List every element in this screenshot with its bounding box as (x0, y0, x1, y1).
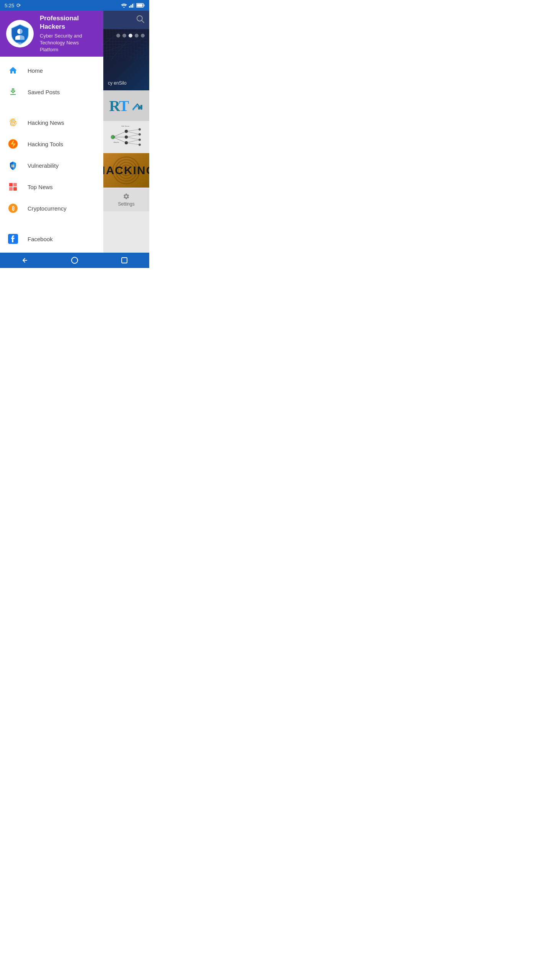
signal-icon (129, 3, 134, 8)
status-time: 5:25 (5, 3, 14, 8)
sidebar-item-hacking-tools[interactable]: Hacking Tools (0, 133, 103, 155)
svg-rect-6 (137, 4, 143, 7)
nav-section-main: Home Saved Posts (0, 57, 103, 106)
svg-text:₿: ₿ (12, 205, 15, 211)
bottom-nav-bar (0, 253, 149, 268)
svg-rect-13 (13, 187, 17, 191)
hacking-card-text: HACKING (103, 164, 149, 177)
hero-banner: cy enSilo (103, 29, 149, 90)
app-desc: Cyber Security and Technology News Platf… (40, 33, 97, 54)
svg-text:PROFESSIONAL HACKERS: PROFESSIONAL HACKERS (10, 42, 30, 44)
status-bar: 5:25 ⟳ (0, 0, 149, 11)
svg-line-42 (126, 140, 140, 143)
fingerprint-icon (8, 117, 18, 128)
sidebar-label-vulnerability: Vulnerability (28, 162, 59, 169)
home-button[interactable] (65, 254, 84, 266)
app-logo: PROFESSIONAL HACKERS (6, 20, 34, 47)
settings-area[interactable]: Settings (103, 188, 149, 211)
card-hacking[interactable]: HACKING (103, 153, 149, 188)
save-icon (8, 87, 18, 97)
svg-line-40 (126, 134, 140, 137)
svg-point-51 (72, 257, 78, 263)
svg-rect-52 (122, 258, 127, 263)
card-diagram[interactable]: Attacker C&C Server (103, 122, 149, 152)
sidebar-item-saved-posts[interactable]: Saved Posts (0, 81, 103, 103)
sidebar-label-hacking-news: Hacking News (28, 119, 64, 126)
content-cards: RT (103, 90, 149, 253)
right-panel-header (103, 11, 149, 29)
app-name: Professional Hackers (40, 14, 97, 31)
nav-section-social: Facebook Twitter (0, 225, 103, 253)
sidebar-label-home: Home (28, 67, 43, 74)
svg-rect-12 (9, 187, 13, 191)
hero-dot-2[interactable] (122, 34, 126, 38)
svg-rect-3 (134, 3, 134, 8)
svg-rect-11 (13, 183, 17, 186)
wifi-icon (121, 3, 127, 8)
svg-rect-0 (129, 6, 130, 8)
settings-label: Settings (118, 201, 134, 207)
sidebar-item-vulnerability[interactable]: Vulnerability (0, 155, 103, 176)
sidebar-item-twitter[interactable]: Twitter (0, 250, 103, 253)
sidebar-item-home[interactable]: Home (0, 60, 103, 81)
hero-dot-3[interactable] (129, 34, 132, 38)
svg-rect-1 (130, 5, 132, 8)
svg-rect-25 (138, 106, 140, 109)
drawer-title-block: Professional Hackers Cyber Security and … (40, 14, 97, 54)
sidebar-label-saved: Saved Posts (28, 89, 60, 95)
svg-line-39 (126, 131, 140, 134)
recent-button[interactable] (115, 254, 134, 266)
sidebar-item-cryptocurrency[interactable]: ₿ Cryptocurrency (0, 198, 103, 219)
battery-icon (136, 3, 145, 8)
svg-rect-5 (144, 5, 145, 7)
svg-text:C&C Server: C&C Server (121, 125, 130, 127)
sync-icon: ⟳ (16, 2, 21, 8)
hero-caption: cy enSilo (108, 80, 127, 86)
hero-dot-1[interactable] (116, 34, 120, 38)
settings-gear-icon (121, 193, 132, 200)
sidebar-item-hacking-news[interactable]: Hacking News (0, 112, 103, 133)
lightning-icon (8, 139, 18, 149)
sidebar-label-hacking-tools: Hacking Tools (28, 141, 63, 147)
bitcoin-icon: ₿ (8, 203, 18, 214)
main-container: PROFESSIONAL HACKERS Professional Hacker… (0, 11, 149, 253)
sidebar-item-facebook[interactable]: Facebook (0, 228, 103, 250)
search-icon[interactable] (136, 15, 145, 25)
svg-line-20 (142, 21, 144, 23)
facebook-icon (8, 234, 18, 244)
nav-section-categories: Hacking News Hacking Tools (0, 109, 103, 222)
sidebar-label-facebook: Facebook (28, 236, 53, 242)
svg-line-43 (126, 143, 140, 145)
sidebar-label-cryptocurrency: Cryptocurrency (28, 205, 67, 212)
drawer: PROFESSIONAL HACKERS Professional Hacker… (0, 11, 103, 253)
shield-icon (8, 160, 18, 171)
status-left: 5:25 ⟳ (5, 2, 21, 8)
sidebar-label-top-news: Top News (28, 184, 53, 190)
svg-text:Attacker: Attacker (114, 141, 119, 143)
svg-line-41 (126, 137, 140, 140)
drawer-header: PROFESSIONAL HACKERS Professional Hacker… (0, 11, 103, 57)
sidebar-item-top-news[interactable]: Top News (0, 176, 103, 198)
svg-rect-26 (140, 105, 142, 109)
grid-icon (8, 181, 18, 192)
status-right (121, 3, 145, 8)
card-rt[interactable]: RT (103, 90, 149, 121)
back-button[interactable] (15, 254, 34, 266)
hero-dots (116, 34, 145, 38)
svg-line-38 (126, 129, 140, 131)
right-panel: cy enSilo RT (103, 11, 149, 253)
svg-line-35 (113, 131, 126, 137)
svg-rect-2 (132, 4, 133, 8)
hero-dot-4[interactable] (135, 34, 139, 38)
hero-dot-5[interactable] (141, 34, 145, 38)
home-icon (8, 65, 18, 76)
svg-rect-10 (9, 183, 13, 186)
